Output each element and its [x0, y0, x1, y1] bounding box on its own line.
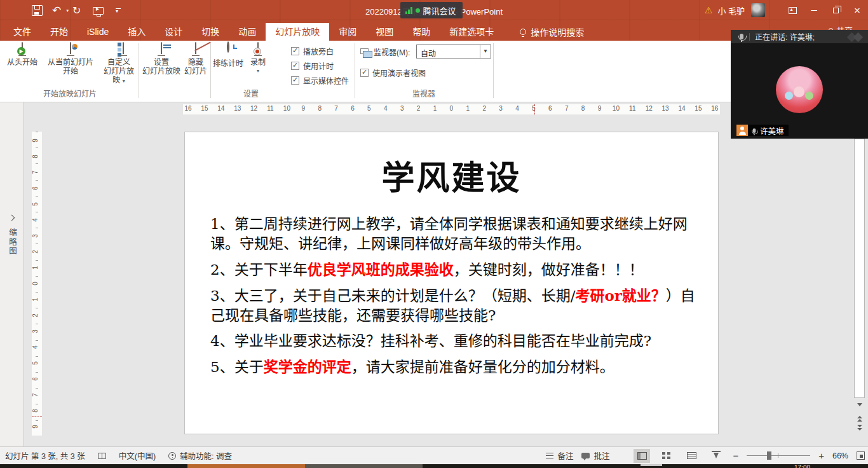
tab-插入[interactable]: 插入	[118, 23, 155, 41]
comments-label: 批注	[593, 450, 609, 462]
slide-text: 4、学业毕业要求达标没？挂科补考、重修的科目能否在毕业前完成?	[210, 333, 651, 349]
notes-button[interactable]: 备注	[546, 450, 573, 462]
thumbnails-collapsed-panel[interactable]: 缩略图	[0, 102, 24, 446]
custom-show-label-2: 幻灯片放映	[104, 67, 134, 85]
zoom-slider-thumb[interactable]	[767, 451, 771, 460]
spell-check-icon[interactable]	[98, 453, 106, 459]
tab-视图[interactable]: 视图	[366, 23, 403, 41]
slide-paragraph[interactable]: 2、关于下半年优良学风班的成果验收，关键时刻，做好准备！！！	[210, 259, 695, 280]
tab-审阅[interactable]: 审阅	[329, 23, 366, 41]
rehearse-timings-button[interactable]: 排练计时	[212, 43, 244, 68]
zoom-out-button[interactable]: −	[733, 450, 738, 461]
slide-title[interactable]: 学风建设	[185, 151, 718, 199]
undo-icon[interactable]	[52, 5, 63, 16]
tab-开始[interactable]: 开始	[41, 23, 78, 41]
tab-切换[interactable]: 切换	[192, 23, 229, 41]
tab-新建选项卡[interactable]: 新建选项卡	[440, 23, 503, 41]
slide-paragraph[interactable]: 5、关于奖学金的评定，请大家提前准备好量化分的加分材料。	[210, 357, 695, 377]
from-beginning-button[interactable]: ▶ 从头开始	[4, 43, 41, 67]
tencent-meeting-panel[interactable]: 正在讲话: 许美琳; 许美琳	[731, 30, 868, 139]
slide-body-textbox[interactable]: 1、第二周持续进行网上教学，请全体同学根据课表和通知要求继续上好网课。守规矩、讲…	[210, 214, 695, 377]
presenter-view-checkbox[interactable]: 使用演示者视图	[360, 67, 426, 78]
ruler-number: 3	[397, 105, 407, 112]
ruler-number: 5	[32, 358, 42, 368]
tab-幻灯片放映[interactable]: 幻灯片放映	[266, 23, 329, 41]
tab-文件[interactable]: 文件	[4, 23, 41, 41]
tab-iSlide[interactable]: iSlide	[78, 23, 118, 41]
custom-slideshow-button[interactable]: 自定义 幻灯片放映 ▾	[100, 43, 137, 86]
checkbox-使用计时[interactable]: 使用计时	[291, 60, 334, 71]
ribbon-display-options-button[interactable]	[782, 0, 803, 20]
participant-avatar	[776, 66, 823, 113]
monitor-dropdown[interactable]: 自动 ▼	[416, 45, 491, 59]
next-slide-button[interactable]	[854, 422, 865, 432]
tencent-meeting-badge[interactable]: 腾讯会议	[400, 2, 463, 18]
zoom-level[interactable]: 66%	[832, 451, 848, 460]
record-label: 录制	[245, 58, 271, 67]
slide-paragraph[interactable]: 4、学业毕业要求达标没？挂科补考、重修的科目能否在毕业前完成?	[210, 331, 695, 351]
restore-button[interactable]	[825, 0, 846, 20]
reading-view-button[interactable]	[683, 449, 700, 463]
accessibility-icon	[168, 452, 176, 460]
tab-设计[interactable]: 设计	[155, 23, 192, 41]
taskbar-clock: 17:00	[794, 464, 810, 468]
thumbnails-panel-label: 缩略图	[6, 228, 18, 256]
setup-slideshow-button[interactable]: 设置 幻灯片放映	[142, 43, 180, 76]
checkbox-播放旁白[interactable]: 播放旁白	[291, 46, 334, 57]
slide-paragraph[interactable]: 3、大三了，关于自己未来的计划是什么？（短期、长期/考研or就业？）自己现在具备…	[210, 286, 695, 326]
present-icon[interactable]	[93, 7, 104, 15]
participant-name-badge: 许美琳	[748, 125, 789, 136]
slide-indicator[interactable]: 幻灯片 第 3 张, 共 3 张	[5, 450, 85, 462]
tab-动画[interactable]: 动画	[229, 23, 266, 41]
checkbox-显示媒体控件[interactable]: 显示媒体控件	[291, 75, 349, 86]
grid-view-icon	[662, 452, 671, 460]
ruler-number: 1	[32, 263, 42, 273]
redo-icon[interactable]	[72, 5, 83, 16]
ruler-number: 9	[32, 422, 42, 432]
record-button[interactable]: 录制 ▾	[245, 43, 271, 76]
close-button[interactable]: ×	[846, 0, 868, 20]
setup-show-icon	[161, 42, 162, 52]
tell-me-search[interactable]: 操作说明搜索	[520, 23, 584, 41]
ruler-number: 8	[578, 105, 588, 112]
vertical-scrollbar[interactable]	[853, 139, 865, 431]
taskbar-segment	[641, 464, 662, 466]
fit-to-window-icon[interactable]	[857, 451, 865, 460]
vertical-ruler[interactable]: 9876543210123456789	[32, 132, 42, 436]
save-icon[interactable]	[32, 5, 43, 16]
taskbar-edge[interactable]: 17:00	[0, 464, 868, 468]
ruler-number: 5	[529, 105, 539, 112]
normal-view-button[interactable]	[634, 449, 650, 463]
accessibility-status[interactable]: 辅助功能: 调查	[168, 450, 232, 462]
language-indicator[interactable]: 中文(中国)	[119, 450, 156, 462]
expand-chevron-icon[interactable]	[9, 215, 15, 221]
checkbox-checked-icon	[360, 69, 369, 77]
avatar[interactable]	[751, 3, 765, 17]
hide-slide-button[interactable]: 隐藏 幻灯片	[182, 43, 210, 76]
normal-view-icon	[637, 452, 647, 460]
warning-icon[interactable]: ⚠	[705, 5, 713, 15]
slide-sorter-view-button[interactable]	[658, 449, 675, 463]
account-user-name[interactable]: 小 毛驴	[717, 4, 745, 17]
collapse-arrows-icon[interactable]	[853, 32, 864, 43]
comments-button[interactable]: 批注	[581, 450, 609, 462]
minimize-button[interactable]	[803, 0, 825, 20]
zoom-in-button[interactable]: +	[818, 450, 824, 461]
chevron-down-icon[interactable]: ▼	[480, 45, 491, 58]
horizontal-ruler[interactable]: 1615141312111098765432101234567891011121…	[183, 104, 720, 114]
tab-帮助[interactable]: 帮助	[403, 23, 440, 41]
minimize-icon	[811, 10, 817, 11]
participant-video-tile[interactable]: 许美琳	[731, 43, 868, 139]
zoom-slider[interactable]	[747, 455, 810, 456]
meeting-header[interactable]: 正在讲话: 许美琳;	[731, 30, 868, 43]
slide-paragraph[interactable]: 1、第二周持续进行网上教学，请全体同学根据课表和通知要求继续上好网课。守规矩、讲…	[210, 214, 695, 254]
from-current-slide-button[interactable]: 从当前幻灯片 开始	[41, 43, 100, 76]
customize-qat-icon[interactable]	[113, 5, 124, 16]
slideshow-view-button[interactable]	[708, 449, 724, 463]
scroll-down-button[interactable]	[854, 399, 865, 410]
participant-name: 许美琳	[760, 125, 784, 137]
scrollbar-thumb[interactable]	[854, 139, 865, 398]
setup-show-label-1: 设置	[142, 58, 180, 67]
microphone-icon	[740, 34, 743, 39]
slide[interactable]: 学风建设 1、第二周持续进行网上教学，请全体同学根据课表和通知要求继续上好网课。…	[184, 132, 719, 434]
